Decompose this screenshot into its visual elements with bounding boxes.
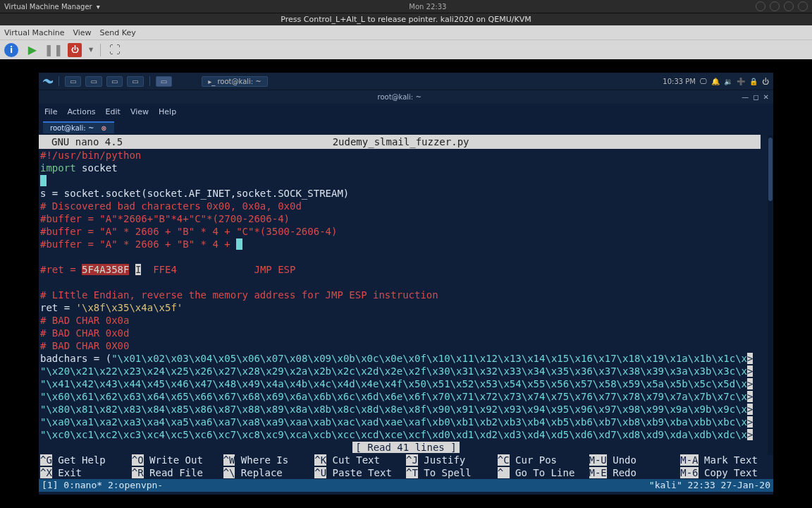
info-icon[interactable]: i [4, 43, 18, 57]
tray-icon[interactable] [770, 1, 780, 11]
vm-clock[interactable]: 10:33 PM [663, 78, 696, 85]
cursor [40, 175, 47, 186]
menu-edit[interactable]: Edit [106, 107, 121, 116]
host-topbar: Virtual Machine Manager ▾ Mon 22:33 [0, 0, 812, 13]
menu-view[interactable]: View [73, 28, 92, 37]
nano-help-key: M-E Redo [589, 466, 681, 479]
taskbar-window-button[interactable]: ▭ [156, 76, 172, 87]
taskbar-app-label[interactable]: Virtual Machine Manager [4, 3, 92, 11]
menu-actions[interactable]: Actions [67, 107, 95, 116]
nano-filename: 2udemy_slmail_fuzzer.py [123, 135, 679, 148]
power-icon[interactable]: ⏻ [68, 43, 82, 57]
tray-icon[interactable] [784, 1, 794, 11]
nano-help-key: ^K Cut Text [314, 454, 406, 466]
nano-help-key: ^U Paste Text [314, 466, 406, 479]
tab-close-icon[interactable]: ⊗ [101, 124, 106, 132]
nano-help-key: ^\ Replace [223, 466, 315, 479]
workspace-button[interactable]: ▭ [127, 76, 143, 87]
nano-help-key: ^T To Spell [406, 466, 498, 479]
lock-icon[interactable]: 🔒 [749, 78, 758, 85]
nano-help-key: ^J Justify [406, 454, 498, 466]
terminal-menubar: File Actions Edit View Help [39, 104, 773, 119]
pause-icon[interactable]: ❚❚ [47, 43, 61, 57]
menu-send-key[interactable]: Send Key [100, 28, 136, 37]
workspace-button[interactable]: ▭ [65, 76, 81, 87]
tmux-right: "kali" 22:33 27-Jan-20 [649, 479, 770, 492]
menu-file[interactable]: File [44, 107, 57, 116]
workspace-button[interactable]: ▭ [85, 76, 102, 87]
nano-help-key: ^X Exit [40, 466, 132, 479]
plus-icon[interactable]: ➕ [737, 78, 745, 85]
host-clock[interactable]: Mon 22:33 [409, 3, 446, 11]
vm-subtitle-bar: Press Control_L+Alt_L to release pointer… [0, 13, 812, 25]
divider [59, 76, 59, 86]
selected-text: 5F4A358F [82, 264, 129, 275]
terminal-tabbar: root@kali: ~ ⊗ [39, 119, 773, 135]
workspace-button[interactable]: ▭ [106, 76, 123, 87]
nano-help-key: ^C Cur Pos [498, 454, 589, 466]
nano-help-key: ^R Read File [132, 466, 223, 479]
window-title: root@kali: ~ [378, 93, 422, 101]
bell-icon[interactable]: 🔔 [711, 78, 720, 85]
tray-icon[interactable] [798, 1, 808, 11]
scrollbar[interactable] [768, 135, 773, 455]
menu-view[interactable]: View [130, 107, 149, 116]
nano-version: GNU nano 4.5 [43, 135, 123, 148]
terminal-content[interactable]: GNU nano 4.5 2udemy_slmail_fuzzer.py #!/… [39, 135, 773, 495]
monitor-icon[interactable]: 🖵 [700, 78, 707, 85]
vm-taskbar: ▭ ▭ ▭ ▭ ▭ ▸_ root@kali: ~ 10:33 PM 🖵 🔔 🔉… [39, 73, 773, 90]
fullscreen-icon[interactable]: ⛶ [108, 43, 122, 57]
kali-logo-icon[interactable] [43, 76, 53, 86]
nano-status: [ Read 41 lines ] [39, 441, 773, 454]
power-icon[interactable]: ⏻ [762, 78, 769, 85]
host-menubar: Virtual Machine View Send Key [0, 25, 812, 40]
play-icon[interactable]: ▶ [25, 43, 39, 57]
taskbar-terminal-button[interactable]: ▸_ root@kali: ~ [202, 76, 267, 87]
menu-virtual-machine[interactable]: Virtual Machine [4, 28, 65, 37]
vm-window: ▭ ▭ ▭ ▭ ▭ ▸_ root@kali: ~ 10:33 PM 🖵 🔔 🔉… [38, 72, 774, 495]
nano-help-key: ^W Where Is [223, 454, 315, 466]
nano-help: ^G Get Help^O Write Out^W Where Is^K Cut… [39, 454, 773, 479]
menu-help[interactable]: Help [159, 107, 176, 116]
maximize-button[interactable]: ◻ [753, 93, 758, 101]
cursor [236, 238, 242, 250]
divider [149, 76, 150, 86]
nano-help-key: M-U Undo [589, 454, 681, 466]
host-toolbar: i ▶ ❚❚ ⏻ ▼ ⛶ [0, 40, 812, 59]
terminal-tab[interactable]: root@kali: ~ ⊗ [43, 121, 114, 133]
tmux-left: [1] 0:nano* 2:openvpn- [42, 479, 163, 492]
tmux-statusbar: [1] 0:nano* 2:openvpn- "kali" 22:33 27-J… [39, 479, 773, 492]
terminal-titlebar: root@kali: ~ — ◻ ✕ [39, 90, 773, 104]
nano-titlebar: GNU nano 4.5 2udemy_slmail_fuzzer.py [39, 135, 761, 149]
volume-icon[interactable]: 🔉 [724, 78, 732, 85]
nano-help-key: ^G Get Help [40, 454, 132, 466]
nano-buffer[interactable]: #!/usr/bin/python import socket s = sock… [39, 149, 773, 441]
close-button[interactable]: ✕ [763, 93, 769, 101]
tray-icon[interactable] [756, 1, 765, 11]
nano-help-key: M-A Mark Text [680, 454, 772, 466]
chevron-down-icon[interactable]: ▼ [89, 47, 93, 53]
toolbar-divider [100, 44, 101, 56]
nano-help-key: ^O Write Out [132, 454, 223, 466]
host-canvas: ▭ ▭ ▭ ▭ ▭ ▸_ root@kali: ~ 10:33 PM 🖵 🔔 🔉… [0, 59, 812, 508]
nano-help-key: ^_ Go To Line [498, 466, 589, 479]
tab-label: root@kali: ~ [50, 124, 94, 132]
nano-help-key: M-6 Copy Text [680, 466, 772, 479]
minimize-button[interactable]: — [742, 93, 749, 101]
